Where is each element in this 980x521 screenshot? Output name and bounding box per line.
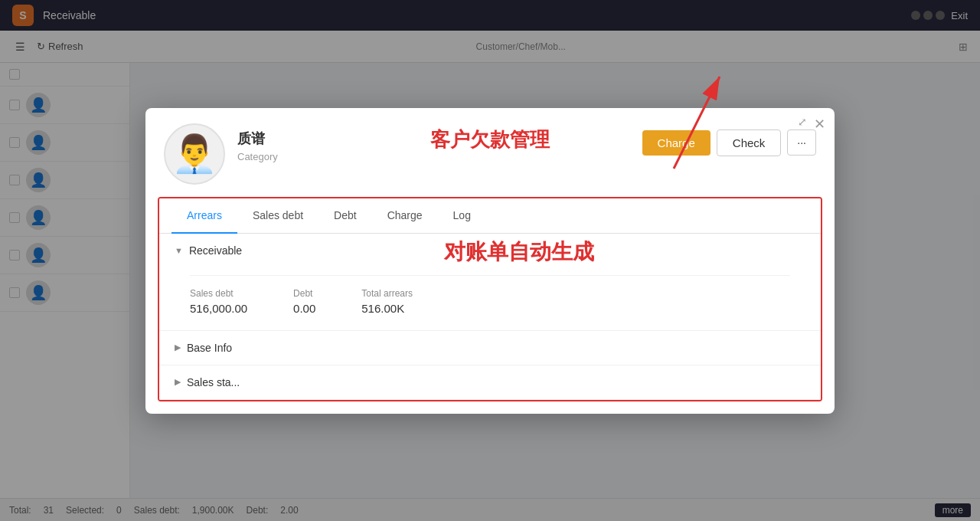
receivable-section-title: Receivable: [189, 244, 242, 257]
check-button[interactable]: Check: [717, 129, 782, 156]
total-arrears-stat-label: Total arrears: [361, 288, 413, 299]
customer-modal: ⤢ ✕ 👨‍💼 质谱 Category 客户欠款管理 Charge Check …: [145, 108, 835, 414]
expand-arrow-icon-2: ▶: [175, 377, 181, 387]
tab-content: ▼ Receivable Sales debt 516,000.00 Debt …: [159, 234, 821, 400]
stats-row: Sales debt 516,000.00 Debt 0.00 Total ar…: [190, 275, 790, 315]
debt-stat-label: Debt: [293, 288, 315, 299]
base-info-section: ▶ Base Info: [159, 331, 821, 365]
debt-stat: Debt 0.00: [293, 288, 315, 315]
sales-sta-section-header[interactable]: ▶ Sales sta...: [159, 365, 821, 399]
customer-category: Category: [237, 151, 278, 162]
tab-debt[interactable]: Debt: [318, 198, 372, 234]
tab-bar: Arrears Sales debt Debt Charge Log: [159, 198, 821, 234]
base-info-section-header[interactable]: ▶ Base Info: [159, 331, 821, 365]
modal-header: 👨‍💼 质谱 Category 客户欠款管理 Charge Check ···: [145, 108, 835, 197]
sales-debt-stat-value: 516,000.00: [190, 302, 247, 315]
tab-charge[interactable]: Charge: [372, 198, 438, 234]
modal-title: 客户欠款管理: [430, 126, 550, 153]
more-options-button[interactable]: ···: [787, 129, 816, 156]
avatar-image: 👨‍💼: [172, 136, 217, 172]
customer-name: 质谱: [237, 129, 278, 148]
receivable-section: ▼ Receivable Sales debt 516,000.00 Debt …: [159, 234, 821, 331]
tab-sales-debt[interactable]: Sales debt: [237, 198, 318, 234]
debt-stat-value: 0.00: [293, 302, 315, 315]
sales-debt-stat: Sales debt 516,000.00: [190, 288, 247, 315]
header-info: 质谱 Category: [237, 123, 278, 162]
receivable-section-header[interactable]: ▼ Receivable: [159, 234, 821, 267]
tab-arrears[interactable]: Arrears: [172, 198, 237, 234]
sales-sta-section: ▶ Sales sta...: [159, 365, 821, 400]
modal-content-area: Arrears Sales debt Debt Charge Log ▼ Rec…: [158, 197, 822, 401]
sales-debt-stat-label: Sales debt: [190, 288, 247, 299]
total-arrears-stat: Total arrears 516.00K: [361, 288, 413, 315]
customer-avatar: 👨‍💼: [164, 123, 225, 185]
total-arrears-stat-value: 516.00K: [361, 302, 413, 315]
expand-arrow-icon: ▶: [175, 342, 181, 352]
sales-sta-section-title: Sales sta...: [187, 376, 240, 388]
collapse-arrow-icon: ▼: [175, 246, 183, 255]
base-info-section-title: Base Info: [187, 342, 232, 354]
header-actions: Charge Check ···: [642, 123, 816, 156]
tab-log[interactable]: Log: [438, 198, 486, 234]
modal-overlay: ⤢ ✕ 👨‍💼 质谱 Category 客户欠款管理 Charge Check …: [0, 0, 980, 521]
receivable-section-body: Sales debt 516,000.00 Debt 0.00 Total ar…: [159, 267, 821, 330]
charge-button[interactable]: Charge: [642, 130, 710, 156]
